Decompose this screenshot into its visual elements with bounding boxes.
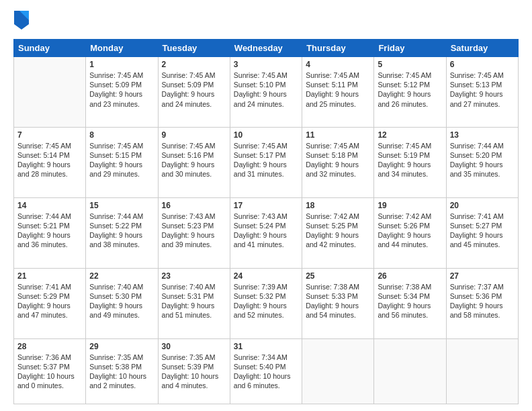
cell-line: and 30 minutes. bbox=[162, 169, 226, 179]
cell-line: Sunset: 5:15 PM bbox=[89, 150, 154, 160]
cell-line: Daylight: 9 hours bbox=[378, 230, 442, 240]
cell-line: Sunrise: 7:38 AM bbox=[306, 282, 370, 291]
cell-line: Sunset: 5:33 PM bbox=[306, 291, 370, 301]
cell-line: Sunset: 5:36 PM bbox=[450, 291, 515, 301]
cell-line: and 49 minutes. bbox=[89, 310, 154, 320]
cell-line: Sunset: 5:31 PM bbox=[162, 291, 226, 301]
cell-line: Daylight: 9 hours bbox=[378, 89, 442, 99]
cell-line: Sunrise: 7:42 AM bbox=[306, 212, 370, 221]
cell-line: Sunrise: 7:40 AM bbox=[162, 282, 226, 291]
cell-line: Daylight: 9 hours bbox=[450, 230, 515, 240]
cell-line: Sunrise: 7:45 AM bbox=[378, 141, 442, 150]
day-number: 28 bbox=[17, 342, 82, 351]
day-number: 8 bbox=[89, 130, 154, 140]
cell-line: Daylight: 10 hours bbox=[162, 371, 226, 381]
day-number: 19 bbox=[378, 201, 442, 210]
cell-line: and 41 minutes. bbox=[234, 240, 298, 249]
cell-line: Sunrise: 7:40 AM bbox=[89, 282, 154, 291]
cell-line: Sunset: 5:16 PM bbox=[162, 150, 226, 160]
cell-line: and 6 minutes. bbox=[234, 381, 298, 390]
day-number: 24 bbox=[234, 271, 298, 281]
calendar-cell: 30Sunrise: 7:35 AMSunset: 5:39 PMDayligh… bbox=[158, 338, 230, 404]
cell-line: Daylight: 9 hours bbox=[89, 160, 154, 169]
cell-line: and 47 minutes. bbox=[17, 310, 82, 320]
day-number: 12 bbox=[378, 130, 442, 140]
calendar-row: 21Sunrise: 7:41 AMSunset: 5:29 PMDayligh… bbox=[14, 268, 519, 338]
cell-line: Sunrise: 7:37 AM bbox=[450, 282, 515, 291]
cell-line: Sunrise: 7:41 AM bbox=[450, 212, 515, 221]
calendar-cell: 7Sunrise: 7:45 AMSunset: 5:14 PMDaylight… bbox=[14, 127, 86, 197]
calendar-cell: 29Sunrise: 7:35 AMSunset: 5:38 PMDayligh… bbox=[86, 338, 158, 404]
calendar-cell bbox=[374, 338, 446, 404]
weekday-monday: Monday bbox=[86, 40, 158, 57]
cell-line: Sunrise: 7:42 AM bbox=[378, 212, 442, 221]
cell-line: Sunset: 5:30 PM bbox=[89, 291, 154, 301]
cell-line: Daylight: 9 hours bbox=[17, 160, 82, 169]
calendar-cell bbox=[446, 338, 518, 404]
calendar-cell: 3Sunrise: 7:45 AMSunset: 5:10 PMDaylight… bbox=[230, 57, 302, 128]
day-number: 9 bbox=[162, 130, 226, 140]
cell-line: Sunset: 5:23 PM bbox=[162, 221, 226, 230]
cell-line: Sunset: 5:37 PM bbox=[17, 362, 82, 371]
cell-line: Sunrise: 7:45 AM bbox=[162, 141, 226, 150]
day-number: 21 bbox=[17, 271, 82, 281]
cell-line: Sunset: 5:32 PM bbox=[234, 291, 298, 301]
day-number: 6 bbox=[450, 60, 515, 69]
cell-line: Sunrise: 7:44 AM bbox=[17, 212, 82, 221]
cell-line: and 26 minutes. bbox=[378, 99, 442, 109]
calendar-cell: 27Sunrise: 7:37 AMSunset: 5:36 PMDayligh… bbox=[446, 268, 518, 338]
cell-line: Sunrise: 7:38 AM bbox=[378, 282, 442, 291]
calendar-cell: 9Sunrise: 7:45 AMSunset: 5:16 PMDaylight… bbox=[158, 127, 230, 197]
cell-line: and 31 minutes. bbox=[234, 169, 298, 179]
cell-line: and 34 minutes. bbox=[378, 169, 442, 179]
day-number: 3 bbox=[234, 60, 298, 69]
calendar-cell bbox=[14, 57, 86, 128]
cell-line: and 54 minutes. bbox=[306, 310, 370, 320]
day-number: 30 bbox=[162, 342, 226, 351]
cell-line: Sunset: 5:14 PM bbox=[17, 150, 82, 160]
weekday-header-row: SundayMondayTuesdayWednesdayThursdayFrid… bbox=[14, 40, 519, 57]
calendar: SundayMondayTuesdayWednesdayThursdayFrid… bbox=[13, 39, 519, 404]
cell-line: Sunset: 5:25 PM bbox=[306, 221, 370, 230]
calendar-cell: 5Sunrise: 7:45 AMSunset: 5:12 PMDaylight… bbox=[374, 57, 446, 128]
cell-line: Sunrise: 7:45 AM bbox=[89, 141, 154, 150]
cell-line: Daylight: 9 hours bbox=[306, 230, 370, 240]
calendar-cell: 23Sunrise: 7:40 AMSunset: 5:31 PMDayligh… bbox=[158, 268, 230, 338]
cell-line: Sunrise: 7:45 AM bbox=[162, 71, 226, 80]
cell-line: Sunset: 5:26 PM bbox=[378, 221, 442, 230]
calendar-row: 1Sunrise: 7:45 AMSunset: 5:09 PMDaylight… bbox=[14, 57, 519, 128]
cell-line: Sunset: 5:21 PM bbox=[17, 221, 82, 230]
cell-line: Daylight: 9 hours bbox=[17, 230, 82, 240]
cell-line: and 38 minutes. bbox=[89, 240, 154, 249]
cell-line: and 45 minutes. bbox=[450, 240, 515, 249]
cell-line: Sunset: 5:12 PM bbox=[378, 80, 442, 89]
cell-line: Sunrise: 7:44 AM bbox=[89, 212, 154, 221]
day-number: 25 bbox=[306, 271, 370, 281]
weekday-tuesday: Tuesday bbox=[158, 40, 230, 57]
calendar-cell: 14Sunrise: 7:44 AMSunset: 5:21 PMDayligh… bbox=[14, 197, 86, 268]
cell-line: Sunset: 5:09 PM bbox=[89, 80, 154, 89]
day-number: 2 bbox=[162, 60, 226, 69]
cell-line: Daylight: 9 hours bbox=[234, 89, 298, 99]
cell-line: and 36 minutes. bbox=[17, 240, 82, 249]
logo-icon bbox=[14, 11, 29, 30]
cell-line: Sunrise: 7:35 AM bbox=[89, 353, 154, 362]
cell-line: Daylight: 9 hours bbox=[162, 301, 226, 310]
calendar-cell: 26Sunrise: 7:38 AMSunset: 5:34 PMDayligh… bbox=[374, 268, 446, 338]
cell-line: Sunrise: 7:45 AM bbox=[89, 71, 154, 80]
cell-line: and 58 minutes. bbox=[450, 310, 515, 320]
cell-line: Daylight: 9 hours bbox=[89, 230, 154, 240]
cell-line: Daylight: 9 hours bbox=[450, 301, 515, 310]
cell-line: and 25 minutes. bbox=[306, 99, 370, 109]
cell-line: and 4 minutes. bbox=[162, 381, 226, 390]
weekday-friday: Friday bbox=[374, 40, 446, 57]
cell-line: Daylight: 9 hours bbox=[450, 160, 515, 169]
cell-line: and 29 minutes. bbox=[89, 169, 154, 179]
calendar-cell: 15Sunrise: 7:44 AMSunset: 5:22 PMDayligh… bbox=[86, 197, 158, 268]
cell-line: and 56 minutes. bbox=[378, 310, 442, 320]
calendar-cell: 20Sunrise: 7:41 AMSunset: 5:27 PMDayligh… bbox=[446, 197, 518, 268]
cell-line: Sunset: 5:29 PM bbox=[17, 291, 82, 301]
calendar-cell: 21Sunrise: 7:41 AMSunset: 5:29 PMDayligh… bbox=[14, 268, 86, 338]
cell-line: Daylight: 9 hours bbox=[234, 160, 298, 169]
calendar-cell: 10Sunrise: 7:45 AMSunset: 5:17 PMDayligh… bbox=[230, 127, 302, 197]
